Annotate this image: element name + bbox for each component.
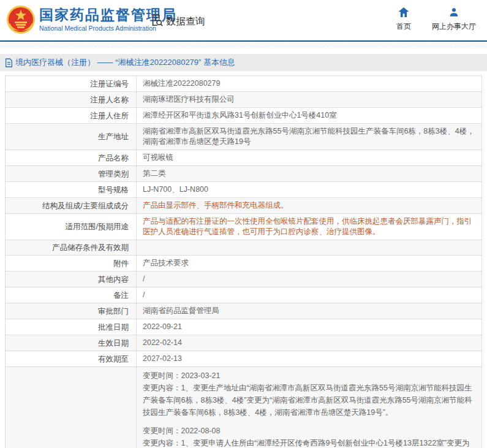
registration-info-table-wrap: 注册证编号湘械注准20222080279注册人名称湖南琢珺医疗科技有限公司注册人… [5, 75, 482, 448]
row-value: 产品与适配的有注册证的一次性使用全包喉镜片配套使用，供临床挑起患者会厌部暴露声门… [137, 214, 482, 240]
row-label: 审批部门 [6, 303, 137, 319]
page-title-bar: 境内医疗器械（注册） —— “湘械注准20222080279” 基本信息 [0, 54, 487, 71]
nav-service-hall[interactable]: 网上办事大厅 [432, 7, 476, 32]
change-content: 变更内容：1、变更生产地址由“湖南省湘潭市高新区双马街道霞光东路55号湖南京湘节… [143, 382, 475, 419]
row-value: 湖南琢珺医疗科技有限公司 [137, 92, 482, 108]
data-query-label: 数据查询 [166, 15, 205, 28]
row-label: 型号规格 [6, 182, 137, 198]
row-label: 其他内容 [6, 271, 137, 287]
table-row: 结构及组成/主要组成成分产品由显示部件、手柄部件和充电器组成。 [6, 198, 482, 214]
row-value: 2022-02-14 [137, 335, 482, 351]
row-value: 湖南省湘潭市高新区双马街道霞光东路55号湖南京湘节能科技园生产装备车间6栋，8栋… [137, 124, 482, 150]
table-row: 备注/ [6, 287, 482, 303]
change-time: 变更时间：2022-08-08 [143, 425, 475, 437]
change-block: 变更时间：2023-03-21变更内容：1、变更生产地址由“湖南省湘潭市高新区双… [143, 370, 475, 419]
row-label: 生产地址 [6, 124, 137, 150]
row-label: 适用范围/预期用途 [6, 214, 137, 240]
row-value: 2027-02-13 [137, 351, 482, 367]
row-value: 变更时间：2023-03-21变更内容：1、变更生产地址由“湖南省湘潭市高新区双… [137, 367, 482, 448]
document-search-icon [150, 13, 164, 29]
page-title: 境内医疗器械（注册） —— “湘械注准20222080279” 基本信息 [15, 57, 235, 68]
row-value: / [137, 271, 482, 287]
row-label: 产品名称 [6, 150, 137, 166]
row-value: 产品技术要求 [137, 256, 482, 271]
home-icon [398, 7, 409, 20]
table-row: 管理类别第二类 [6, 166, 482, 182]
national-emblem-logo [6, 5, 36, 34]
registration-info-table: 注册证编号湘械注准20222080279注册人名称湖南琢珺医疗科技有限公司注册人… [5, 75, 482, 448]
table-row: 产品储存条件及有效期 [6, 240, 482, 256]
page-doc-icon [5, 58, 13, 67]
row-label: 注册人名称 [6, 92, 137, 108]
row-label: 附件 [6, 256, 137, 271]
table-row: 注册证编号湘械注准20222080279 [6, 76, 482, 92]
row-value: 可视喉镜 [137, 150, 482, 166]
table-row: 生产地址湖南省湘潭市高新区双马街道霞光东路55号湖南京湘节能科技园生产装备车间6… [6, 124, 482, 150]
row-label: 生效日期 [6, 335, 137, 351]
nav-home[interactable]: 首页 [396, 7, 411, 32]
data-query-entry[interactable]: 数据查询 [150, 13, 205, 29]
table-row: 注册人住所湘潭经开区和平街道东风路31号创新创业中心1号楼410室 [6, 108, 482, 124]
table-row: 其他内容/ [6, 271, 482, 287]
change-content: 变更内容：1、变更申请人住所由“湘潭经开区传奇西路9号创新创业中心1号楼13层1… [143, 437, 475, 448]
person-icon [449, 7, 459, 20]
site-header: 国家药品监督管理局 National Medical Products Admi… [0, 0, 487, 42]
row-label: 结构及组成/主要组成成分 [6, 198, 137, 214]
change-time: 变更时间：2023-03-21 [143, 370, 475, 382]
row-value: 产品由显示部件、手柄部件和充电器组成。 [137, 198, 482, 214]
row-label: 产品储存条件及有效期 [6, 240, 137, 256]
table-row: 注册人名称湖南琢珺医疗科技有限公司 [6, 92, 482, 108]
row-value: 第二类 [137, 166, 482, 182]
row-value: 湘潭经开区和平街道东风路31号创新创业中心1号楼410室 [137, 108, 482, 124]
table-row: 产品名称可视喉镜 [6, 150, 482, 166]
row-value: / [137, 287, 482, 303]
table-row: 型号规格LJ-N700、LJ-N800 [6, 182, 482, 198]
nav-home-label: 首页 [396, 21, 411, 32]
header-texture-strip [0, 42, 487, 48]
table-row: 适用范围/预期用途产品与适配的有注册证的一次性使用全包喉镜片配套使用，供临床挑起… [6, 214, 482, 240]
row-value: 湖南省药品监督管理局 [137, 303, 482, 319]
table-row: 生效日期2022-02-14 [6, 335, 482, 351]
table-row: 有效期至2027-02-13 [6, 351, 482, 367]
change-block: 变更时间：2022-08-08变更内容：1、变更申请人住所由“湘潭经开区传奇西路… [143, 425, 475, 448]
row-label: 变更情况 [6, 367, 137, 448]
row-label: 注册人住所 [6, 108, 137, 124]
row-label: 有效期至 [6, 351, 137, 367]
row-value [137, 240, 482, 256]
table-row: 变更情况变更时间：2023-03-21变更内容：1、变更生产地址由“湖南省湘潭市… [6, 367, 482, 448]
table-row: 审批部门湖南省药品监督管理局 [6, 303, 482, 319]
nav-service-hall-label: 网上办事大厅 [432, 21, 476, 32]
info-table-body: 注册证编号湘械注准20222080279注册人名称湖南琢珺医疗科技有限公司注册人… [6, 76, 482, 448]
top-nav: 首页 网上办事大厅 [396, 7, 476, 32]
row-label: 批准日期 [6, 319, 137, 335]
row-label: 注册证编号 [6, 76, 137, 92]
table-row: 批准日期2022-09-21 [6, 319, 482, 335]
row-value: LJ-N700、LJ-N800 [137, 182, 482, 198]
row-value: 2022-09-21 [137, 319, 482, 335]
row-value: 湘械注准20222080279 [137, 76, 482, 92]
table-row: 附件产品技术要求 [6, 256, 482, 271]
row-label: 管理类别 [6, 166, 137, 182]
row-label: 备注 [6, 287, 137, 303]
